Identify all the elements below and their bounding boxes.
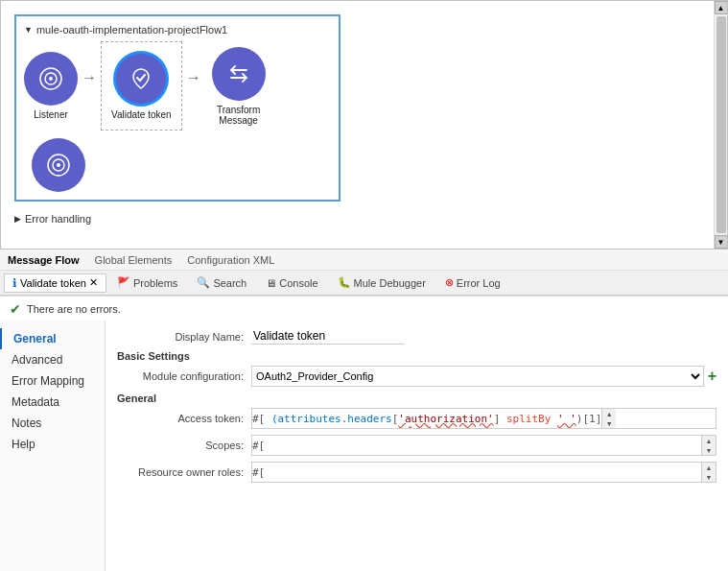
general-subtitle: General — [117, 393, 716, 404]
node-transform-label: Transform Message — [205, 105, 272, 126]
scopes-label: Scopes: — [117, 440, 251, 451]
node-listener[interactable]: Listener — [24, 52, 78, 120]
bottom-panel: General Advanced Error Mapping Metadata … — [0, 321, 728, 571]
tab-close-icon[interactable]: ✕ — [89, 276, 98, 289]
second-row — [32, 138, 331, 192]
node-validate-token-wrapper[interactable]: Validate token — [101, 41, 182, 131]
node-validate-token-circle — [114, 52, 168, 106]
sidebar-item-error-mapping[interactable]: Error Mapping — [0, 370, 105, 392]
access-token-row: Access token: #[ (attributes.headers['au… — [117, 408, 716, 429]
error-log-icon: ⊗ — [445, 276, 454, 289]
scopes-hash: #[ — [252, 440, 265, 452]
error-handling[interactable]: Error handling — [14, 213, 714, 225]
resource-owner-roles-row: Resource owner roles: #[ ▲ ▼ — [117, 462, 716, 483]
scopes-input-wrapper: #[ ▲ ▼ — [251, 435, 716, 456]
resource-owner-roles-label: Resource owner roles: — [117, 466, 251, 478]
flow-nodes: Listener → Validate token → Transform Me — [24, 41, 331, 131]
resource-owner-roles-hash: #[ — [252, 466, 265, 479]
tool-tab-search[interactable]: 🔍 Search — [188, 274, 255, 292]
sidebar-item-metadata[interactable]: Metadata — [0, 392, 105, 413]
scopes-spin-down[interactable]: ▼ — [702, 445, 716, 455]
access-token-hash: #[ — [252, 413, 265, 425]
access-token-input-wrapper: #[ (attributes.headers['authorization'] … — [251, 408, 716, 429]
module-config-wrapper: OAuth2_Provider_Config + — [251, 366, 716, 387]
tool-tab-console[interactable]: 🖥 Console — [257, 274, 326, 292]
scroll-up-btn[interactable]: ▲ — [715, 1, 728, 14]
sidebar-item-general[interactable]: General — [0, 328, 105, 349]
nav-tab-configuration-xml[interactable]: Configuration XML — [183, 252, 278, 268]
arrow-1: → — [82, 69, 97, 86]
resource-owner-roles-wrapper: #[ ▲ ▼ — [251, 462, 716, 483]
left-sidebar: General Advanced Error Mapping Metadata … — [0, 321, 106, 571]
tool-tab-problems[interactable]: 🚩 Problems — [108, 274, 186, 292]
info-icon: ℹ — [12, 276, 17, 290]
arrow-2: → — [186, 69, 201, 86]
tool-tab-error-log[interactable]: ⊗ Error Log — [436, 274, 509, 292]
node-validate-token-label: Validate token — [111, 109, 172, 120]
scroll-thumb[interactable] — [716, 16, 726, 233]
resource-owner-roles-spin-down[interactable]: ▼ — [702, 472, 716, 482]
node-listener-label: Listener — [34, 109, 68, 120]
resource-owner-roles-spin-up[interactable]: ▲ — [702, 463, 716, 472]
scopes-spin-up[interactable]: ▲ — [702, 436, 716, 445]
resource-owner-roles-input[interactable] — [265, 463, 701, 482]
sidebar-item-notes[interactable]: Notes — [0, 413, 105, 434]
nav-tab-message-flow[interactable]: Message Flow — [4, 252, 83, 268]
canvas-area: mule-oauth-implementation-projectFlow1 L… — [0, 0, 728, 250]
debugger-icon: 🐛 — [338, 276, 351, 289]
scopes-input[interactable] — [265, 436, 701, 455]
status-bar: ✔ There are no errors. — [0, 296, 728, 321]
status-ok-icon: ✔ — [10, 301, 21, 317]
tool-tab-validate-token[interactable]: ℹ Validate token ✕ — [4, 274, 106, 293]
flow-container: mule-oauth-implementation-projectFlow1 L… — [14, 14, 341, 202]
scopes-row: Scopes: #[ ▲ ▼ — [117, 435, 716, 456]
add-config-btn[interactable]: + — [708, 368, 716, 385]
node-transform-circle — [212, 47, 266, 101]
svg-point-5 — [57, 163, 60, 167]
access-token-spin-down[interactable]: ▼ — [602, 418, 616, 428]
status-message: There are no errors. — [27, 303, 121, 315]
main-content: Display Name: Basic Settings Module conf… — [106, 321, 728, 571]
canvas-scrollbar[interactable]: ▲ ▼ — [714, 1, 727, 249]
svg-point-2 — [49, 77, 53, 81]
display-name-input[interactable] — [251, 328, 405, 345]
module-config-row: Module configuration: OAuth2_Provider_Co… — [117, 366, 716, 387]
node-listener-circle — [24, 52, 78, 106]
resource-owner-roles-spinners: ▲ ▼ — [701, 463, 716, 482]
node-transform-message[interactable]: Transform Message — [205, 47, 272, 126]
problems-icon: 🚩 — [117, 276, 130, 289]
scroll-down-btn[interactable]: ▼ — [715, 235, 728, 249]
access-token-spin-up[interactable]: ▲ — [602, 409, 616, 418]
node-second-circle — [32, 138, 85, 192]
display-name-label: Display Name: — [117, 331, 251, 343]
basic-settings-title: Basic Settings — [117, 350, 716, 362]
nav-tab-global-elements[interactable]: Global Elements — [91, 252, 176, 268]
flow-title: mule-oauth-implementation-projectFlow1 — [24, 24, 331, 36]
access-token-spinners: ▲ ▼ — [601, 409, 616, 428]
display-name-row: Display Name: — [117, 328, 716, 345]
access-token-label: Access token: — [117, 413, 251, 424]
module-config-select[interactable]: OAuth2_Provider_Config — [251, 366, 704, 387]
sidebar-item-help[interactable]: Help — [0, 434, 105, 455]
nav-tabs: Message Flow Global Elements Configurati… — [0, 250, 728, 271]
search-icon: 🔍 — [197, 276, 210, 289]
node-second[interactable] — [32, 138, 85, 192]
console-icon: 🖥 — [266, 277, 276, 289]
tool-tab-mule-debugger[interactable]: 🐛 Mule Debugger — [329, 274, 434, 292]
tool-tabs-bar: ℹ Validate token ✕ 🚩 Problems 🔍 Search 🖥… — [0, 271, 728, 296]
access-token-code: (attributes.headers['authorization'] spl… — [265, 413, 601, 425]
module-config-label: Module configuration: — [117, 370, 251, 382]
sidebar-item-advanced[interactable]: Advanced — [0, 349, 105, 370]
scopes-spinners: ▲ ▼ — [701, 436, 716, 455]
